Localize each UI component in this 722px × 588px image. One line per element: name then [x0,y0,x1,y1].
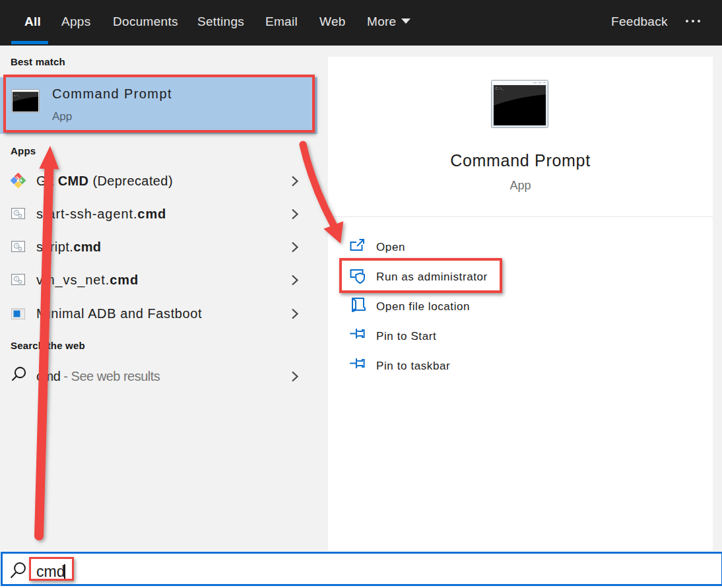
svg-text:C:\_: C:\_ [496,86,505,91]
